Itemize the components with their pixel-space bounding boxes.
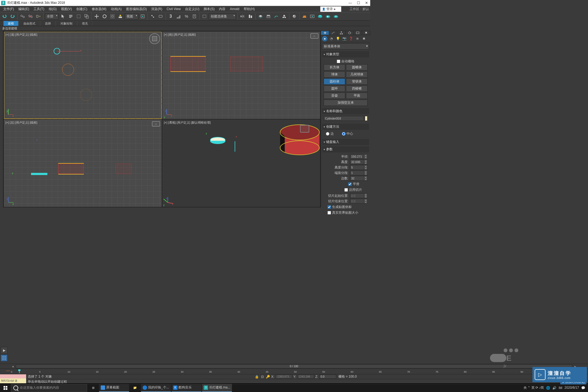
menu-group[interactable]: 组(G) [47, 6, 59, 12]
render-setup-button[interactable] [301, 13, 308, 20]
maximize-button[interactable]: ☐ [357, 1, 360, 5]
menu-file[interactable]: 文件(F) [1, 6, 16, 12]
tab-modify[interactable] [329, 31, 337, 35]
menu-content[interactable]: 内容 [217, 6, 228, 12]
menu-edit[interactable]: 编辑(E) [16, 6, 31, 12]
subtab-systems[interactable]: ✱ [361, 36, 367, 41]
snap-toggle-button[interactable]: 3 [167, 13, 174, 20]
radio-center[interactable]: 中心 [342, 131, 353, 136]
select-region-button[interactable] [75, 13, 82, 20]
rollout-keyboard-entry[interactable]: 键盘输入 [322, 139, 369, 145]
subtab-cameras[interactable]: 📷 [342, 36, 347, 41]
viewcube-left[interactable]: ▭ [152, 121, 160, 127]
genmap-checkbox[interactable] [327, 205, 331, 209]
subtab-lights[interactable]: 💡 [335, 36, 341, 41]
poly-modeling-header[interactable]: 多边形建模 [0, 26, 370, 31]
rollout-object-type[interactable]: 对象类型 [322, 51, 369, 57]
ribbon-tab-select[interactable]: 选择 [40, 21, 56, 26]
ribbon-tab-modeling[interactable]: 建模 [3, 21, 19, 26]
redo-button[interactable] [9, 13, 16, 20]
schematic-button[interactable] [281, 13, 288, 20]
curve-editor-button[interactable] [273, 13, 280, 20]
menu-view[interactable]: 视图(V) [59, 6, 74, 12]
layer-button[interactable] [257, 13, 264, 20]
selection-set-dropdown[interactable]: 创建选择集 [209, 13, 236, 20]
viewport-front-label[interactable]: [+] [前] [用户定义] [线框] [164, 33, 196, 37]
rollout-create-method[interactable]: 创建方法 [322, 124, 369, 130]
height-seg-input[interactable] [350, 165, 364, 170]
radius-input[interactable] [350, 154, 364, 159]
ribbon-tab-populate[interactable]: 填充 [77, 21, 93, 26]
select-name-button[interactable] [67, 13, 74, 20]
radio-edge[interactable]: 边 [326, 131, 334, 136]
btn-sphere[interactable]: 球体 [324, 71, 345, 78]
named-selection-button[interactable] [201, 13, 208, 20]
object-color-swatch[interactable] [365, 116, 367, 121]
subtab-spacewarps[interactable]: ≋ [355, 36, 360, 41]
autogrid-checkbox[interactable] [337, 60, 340, 63]
rollout-parameters[interactable]: 参数 [322, 146, 369, 152]
viewport-left[interactable]: [+] [左] [用户定义] [线框] ▭ z y y z [4, 120, 162, 207]
menu-modifiers[interactable]: 修改器(M) [90, 6, 109, 12]
viewport-front[interactable]: [+] [前] [用户定义] [线框] ▭ x z y [162, 32, 320, 119]
menu-tools[interactable]: 工具(T) [31, 6, 46, 12]
percent-snap-button[interactable]: % [183, 13, 190, 20]
btn-geosphere[interactable]: 几何球体 [346, 71, 367, 78]
align-button[interactable] [247, 13, 254, 20]
tab-display[interactable] [354, 31, 362, 35]
viewport-persp-label[interactable]: [+] [透视] [用户定义] [默认明暗处理] [164, 121, 211, 125]
subtab-geometry[interactable]: ● [322, 36, 327, 41]
cap-seg-input[interactable] [350, 171, 364, 175]
unlink-button[interactable] [27, 13, 34, 20]
menu-script[interactable]: 脚本(S) [201, 6, 217, 12]
close-button[interactable]: ✕ [365, 1, 368, 5]
viewcube-top[interactable] [149, 33, 160, 44]
ribbon-tab-objpaint[interactable]: 对象绘制 [56, 21, 77, 26]
smooth-checkbox[interactable] [348, 182, 352, 186]
btn-cone[interactable]: 圆锥体 [346, 64, 367, 71]
viewcube-front[interactable]: ▭ [310, 33, 318, 39]
viewcube-persp[interactable] [300, 125, 309, 133]
tab-create[interactable]: ✚ [321, 31, 329, 35]
menu-animation[interactable]: 动画(A) [109, 6, 124, 12]
menu-civil[interactable]: Civil View [164, 7, 183, 11]
viewport-left-label[interactable]: [+] [左] [用户定义] [线框] [5, 121, 37, 125]
material-editor-button[interactable] [291, 13, 298, 20]
ribbon-tab-freeform[interactable]: 自由形式 [19, 21, 40, 26]
subtab-shapes[interactable]: ◔ [329, 36, 334, 41]
angle-snap-button[interactable] [175, 13, 182, 20]
geometry-category-dropdown[interactable]: 标准基本体 [322, 43, 369, 50]
menu-customize[interactable]: 自定义(U) [183, 6, 202, 12]
login-button[interactable]: 登录 ▸ [320, 6, 341, 12]
toggle-ribbon-button[interactable] [265, 13, 272, 20]
tab-motion[interactable] [346, 31, 354, 35]
viewport-top[interactable]: [+] [顶] [用户定义] [线框] x x y [4, 32, 162, 119]
placement-button[interactable] [117, 13, 124, 20]
move-button[interactable] [93, 13, 100, 20]
btn-textplus[interactable]: 加强型文本 [324, 100, 367, 106]
window-crossing-button[interactable] [83, 13, 90, 20]
menu-arnold[interactable]: Arnold [228, 7, 241, 11]
spinner-snap-button[interactable] [191, 13, 198, 20]
menu-help[interactable]: 帮助(H) [241, 6, 257, 12]
btn-pyramid[interactable]: 四棱锥 [346, 85, 367, 92]
btn-plane[interactable]: 平面 [346, 93, 367, 99]
rollout-name-color[interactable]: 名称和颜色 [322, 108, 369, 114]
render-button[interactable] [317, 13, 324, 20]
selection-filter-dropdown[interactable]: 全部 [45, 13, 59, 20]
btn-cylinder[interactable]: 圆柱体 [324, 78, 345, 85]
mirror-button[interactable] [239, 13, 246, 20]
slice-checkbox[interactable] [344, 188, 348, 192]
ref-coord-dropdown[interactable]: 视图 [125, 13, 138, 20]
link-button[interactable] [19, 13, 26, 20]
render-last-button[interactable] [324, 13, 332, 20]
manipulate-button[interactable] [149, 13, 156, 20]
select-button[interactable] [59, 13, 66, 20]
menu-create[interactable]: 创建(C) [74, 6, 90, 12]
pivot-button[interactable] [139, 13, 146, 20]
rotate-button[interactable] [101, 13, 108, 20]
menu-graph[interactable]: 图形编辑器(D) [124, 6, 149, 12]
tab-utilities[interactable] [362, 31, 370, 35]
btn-torus[interactable]: 圆环 [324, 85, 345, 92]
tab-hierarchy[interactable] [337, 31, 345, 35]
